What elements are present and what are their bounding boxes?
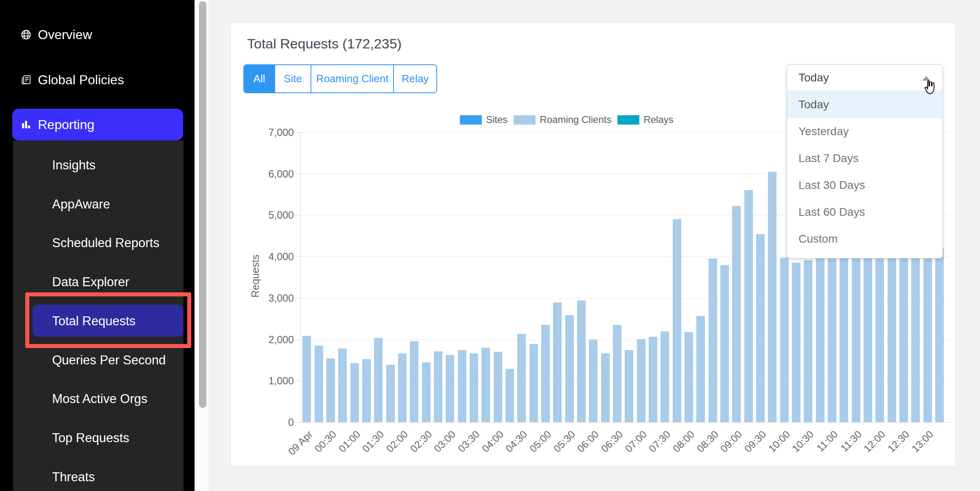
bar-18[interactable] (517, 334, 526, 422)
sidebar-subitem-insights[interactable]: Insights (52, 157, 96, 173)
bar-22[interactable] (565, 315, 574, 422)
bar-31[interactable] (673, 219, 681, 422)
bar-40[interactable] (780, 258, 789, 422)
bar-52[interactable] (923, 250, 932, 422)
bar-27[interactable] (625, 350, 633, 422)
filter-tab-all[interactable]: All (244, 65, 275, 92)
bar-34[interactable] (709, 259, 717, 422)
bar-5[interactable] (362, 359, 371, 422)
bar-26[interactable] (613, 325, 621, 422)
x-tick-label: 05:00 (527, 428, 553, 455)
bar-41[interactable] (792, 263, 801, 422)
sidebar-subitem-queries-per-second[interactable]: Queries Per Second (52, 352, 166, 368)
bar-35[interactable] (720, 265, 729, 423)
date-option-yesterday[interactable]: Yesterday (787, 118, 943, 145)
bar-53[interactable] (935, 248, 944, 422)
bar-24[interactable] (589, 340, 597, 422)
bar-36[interactable] (732, 206, 741, 422)
bar-51[interactable] (911, 248, 920, 422)
legend-item-relays[interactable]: Relays (617, 114, 673, 125)
y-tick-mark (295, 298, 300, 298)
bar-8[interactable] (398, 353, 407, 422)
bar-49[interactable] (888, 247, 896, 422)
bar-chart-icon (20, 119, 32, 130)
sidebar-subitem-threats[interactable]: Threats (52, 469, 95, 485)
date-option-last-60-days[interactable]: Last 60 Days (787, 199, 943, 226)
bar-33[interactable] (696, 316, 705, 422)
bar-20[interactable] (541, 325, 550, 422)
bar-29[interactable] (649, 337, 657, 422)
bar-47[interactable] (864, 248, 872, 422)
legend-swatch (460, 115, 482, 125)
sidebar-subitem-top-requests[interactable]: Top Requests (52, 430, 129, 446)
bar-14[interactable] (470, 353, 478, 422)
bar-12[interactable] (446, 355, 454, 422)
filter-tab-roaming-client[interactable]: Roaming Client (311, 65, 394, 92)
bar-48[interactable] (875, 250, 884, 422)
y-tick-mark (295, 381, 300, 381)
bar-4[interactable] (350, 363, 359, 422)
bar-44[interactable] (828, 247, 836, 422)
bar-11[interactable] (434, 351, 442, 422)
y-tick-label: 4,000 (253, 250, 294, 263)
bar-38[interactable] (756, 234, 765, 422)
bar-37[interactable] (744, 190, 753, 422)
x-tick-label: 11:00 (814, 428, 840, 454)
x-tick-label: 09:00 (718, 428, 745, 455)
bar-42[interactable] (804, 260, 812, 422)
sidebar-item-overview[interactable]: Overview (20, 23, 92, 46)
date-option-last-7-days[interactable]: Last 7 Days (787, 145, 943, 172)
bar-19[interactable] (529, 344, 538, 422)
bar-25[interactable] (601, 353, 610, 422)
bar-2[interactable] (326, 358, 335, 422)
sidebar-scrollbar-thumb[interactable] (199, 1, 206, 408)
bar-23[interactable] (577, 300, 586, 422)
sidebar-subitem-most-active-orgs[interactable]: Most Active Orgs (52, 391, 147, 407)
sidebar-item-global-policies[interactable]: Global Policies (20, 68, 124, 91)
bar-3[interactable] (338, 349, 347, 422)
bar-50[interactable] (899, 249, 908, 422)
bar-6[interactable] (374, 338, 383, 422)
annotation-highlight-box (25, 292, 191, 348)
sidebar-subitem-appaware[interactable]: AppAware (52, 196, 110, 213)
x-tick-label: 08:00 (670, 428, 697, 455)
bar-16[interactable] (494, 352, 502, 422)
x-tick-label: 03:00 (432, 428, 458, 455)
date-range-select[interactable]: Today (787, 65, 943, 91)
bar-13[interactable] (458, 350, 466, 422)
x-tick-label: 07:00 (623, 428, 649, 455)
bar-9[interactable] (410, 341, 418, 422)
bar-28[interactable] (637, 339, 645, 422)
date-option-custom[interactable]: Custom (787, 226, 943, 252)
x-tick-label: 02:30 (408, 428, 434, 455)
bar-30[interactable] (661, 331, 669, 422)
y-tick-label: 0 (253, 416, 294, 428)
bar-39[interactable] (768, 172, 777, 422)
bar-43[interactable] (816, 250, 825, 422)
bar-1[interactable] (315, 346, 323, 422)
bar-32[interactable] (685, 332, 693, 422)
y-tick-label: 2,000 (253, 333, 294, 346)
bar-45[interactable] (840, 249, 848, 422)
sidebar-subitem-data-explorer[interactable]: Data Explorer (52, 274, 129, 290)
filter-tab-relay[interactable]: Relay (394, 65, 436, 92)
page-title: Total Requests (172,235) (247, 36, 402, 52)
sidebar-scrollbar-track[interactable] (195, 0, 209, 491)
bar-17[interactable] (505, 369, 514, 422)
date-option-last-30-days[interactable]: Last 30 Days (787, 172, 943, 199)
x-tick-label: 00:30 (312, 428, 339, 455)
bar-10[interactable] (422, 362, 431, 422)
bar-0[interactable] (302, 336, 311, 422)
bar-46[interactable] (852, 246, 860, 422)
filter-tab-site[interactable]: Site (275, 65, 311, 92)
bar-7[interactable] (386, 365, 395, 422)
bar-21[interactable] (553, 302, 562, 422)
sidebar-item-reporting[interactable]: Reporting (12, 109, 183, 140)
date-option-today[interactable]: Today (787, 91, 943, 118)
legend-item-roaming-clients[interactable]: Roaming Clients (514, 114, 611, 125)
sidebar-subitem-scheduled-reports[interactable]: Scheduled Reports (52, 235, 160, 251)
policies-icon (20, 74, 32, 85)
bar-15[interactable] (481, 348, 490, 422)
legend-item-sites[interactable]: Sites (460, 114, 508, 125)
x-tick-label: 09:30 (742, 428, 768, 455)
